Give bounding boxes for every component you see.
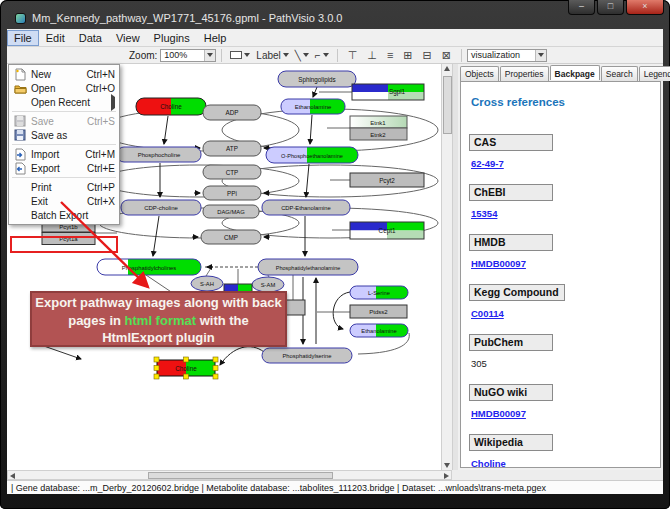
scroll-down-icon[interactable] [444, 463, 450, 468]
gene-tool-button[interactable] [227, 48, 253, 63]
node-o-phosphoethanolamine[interactable]: O-Phosphoethanolamine [266, 147, 358, 163]
node-choline-top[interactable]: Choline [136, 98, 206, 115]
menu-file[interactable]: File [7, 30, 39, 46]
file-menu-save-as[interactable]: Save as [9, 128, 119, 142]
common-size-icon[interactable]: ⊞ [398, 49, 417, 62]
import-icon [11, 148, 29, 161]
tab-backpage[interactable]: Backpage [550, 65, 600, 80]
line-icon: ╲ [295, 50, 301, 61]
svg-text:Cept1: Cept1 [379, 227, 396, 235]
section-title: HMDB [469, 234, 553, 251]
close-button[interactable]: × [626, 0, 664, 15]
title-bar[interactable]: Mm_Kennedy_pathway_WP1771_45176.gpml - P… [7, 7, 663, 29]
nugo-link[interactable]: HMDB00097 [471, 408, 660, 419]
node-l-serine[interactable]: L-Serine [350, 286, 408, 299]
maximize-button[interactable]: □ [597, 0, 624, 15]
file-menu-dropdown: New Ctrl+N Open Ctrl+O Open Recent Save … [8, 64, 120, 225]
file-menu-save[interactable]: Save Ctrl+S [9, 114, 119, 128]
chebi-link[interactable]: 15354 [471, 208, 660, 219]
stack-rows-icon[interactable]: ≡ [382, 49, 398, 61]
pubchem-value: 305 [471, 358, 660, 369]
submenu-arrow-icon [111, 97, 115, 108]
line-tool-button[interactable]: ╲ [292, 48, 312, 63]
tab-objects[interactable]: Objects [460, 66, 499, 81]
node-etnk2[interactable]: Etnk2 [350, 128, 407, 140]
scroll-left-icon[interactable] [10, 473, 15, 479]
node-cept1[interactable]: Cept1 [350, 222, 424, 239]
node-phosphocholine[interactable]: Phosphocholine [117, 147, 201, 162]
svg-text:Ptdss2: Ptdss2 [369, 309, 388, 315]
menu-separator [12, 177, 116, 178]
svg-text:Phosphocholine: Phosphocholine [138, 152, 181, 158]
file-menu-batch-export[interactable]: Batch Export [9, 208, 119, 222]
node-dag-mag[interactable]: DAG/MAG [203, 205, 259, 218]
stack-columns-icon[interactable]: ⊟ [418, 49, 437, 62]
visualization-combobox[interactable]: visualization [467, 49, 547, 62]
node-cmp[interactable]: CMP [201, 230, 261, 244]
scroll-right-icon[interactable] [444, 473, 449, 479]
node-pcyt2[interactable]: Pcyt2 [350, 173, 424, 187]
node-ethanolamine-bottom[interactable]: Ethanolamine [350, 324, 408, 337]
menu-data[interactable]: Data [72, 30, 109, 46]
node-ppi[interactable]: PPi [203, 186, 261, 200]
kegg-link[interactable]: C00114 [471, 308, 660, 319]
tab-search[interactable]: Search [601, 66, 638, 81]
file-menu-open[interactable]: Open Ctrl+O [9, 81, 119, 95]
node-ptdss2[interactable]: Ptdss2 [350, 305, 407, 318]
node-sah[interactable]: S-AH [191, 276, 223, 291]
node-ethanolamine-top[interactable]: Ethanolamine [281, 99, 345, 114]
node-phosphatidylserine[interactable]: Phosphatidylserine [262, 348, 352, 363]
align-top-icon[interactable]: ⊤ [343, 49, 363, 62]
chevron-down-icon[interactable] [535, 50, 546, 61]
horizontal-scroll-thumb[interactable] [148, 472, 333, 479]
minimize-button[interactable]: – [568, 0, 595, 15]
label-tool-button[interactable]: Label [253, 48, 291, 63]
node-phosphatidylcholines[interactable]: Phosphatidylcholines [97, 259, 201, 275]
toolbar: Zoom: 100% Label ╲ ⌐ ⊤ ⊥ ≡ ⊞ ⊟ ⊠ visuali… [7, 47, 663, 64]
menu-view[interactable]: View [109, 30, 147, 46]
vertical-scroll-thumb[interactable] [443, 76, 452, 134]
side-panel-tabs: Objects Properties Backpage Search Legen… [460, 66, 661, 81]
node-ctp[interactable]: CTP [203, 165, 261, 179]
node-pcyt1a[interactable]: Pcyt1a [42, 233, 95, 245]
file-menu-open-recent[interactable]: Open Recent [9, 95, 119, 109]
node-sgpl1[interactable]: Sgpl1 [352, 84, 424, 100]
tab-legend[interactable]: Legend [639, 66, 670, 81]
align-bottom-icon[interactable]: ⊥ [362, 49, 382, 62]
vertical-scrollbar[interactable] [441, 64, 452, 470]
horizontal-scrollbar[interactable] [7, 470, 452, 480]
node-etnk1[interactable]: Etnk1 [350, 116, 407, 128]
node-cdp-ethanolamine[interactable]: CDP-Ethanolamine [262, 200, 350, 215]
node-choline-selected[interactable]: Choline [154, 357, 218, 379]
node-sphingolipids[interactable]: Sphingolipids [278, 71, 356, 87]
zoom-combobox[interactable]: 100% [160, 49, 216, 62]
section-title: Kegg Compound [469, 284, 565, 301]
menu-plugins[interactable]: Plugins [147, 30, 197, 46]
node-sam[interactable]: S-AM [252, 277, 284, 292]
file-menu-export[interactable]: Export Ctrl+E [9, 161, 119, 175]
scroll-up-icon[interactable] [444, 66, 450, 71]
chevron-down-icon[interactable] [204, 50, 215, 61]
cas-link[interactable]: 62-49-7 [471, 158, 660, 169]
node-atp[interactable]: ATP [203, 141, 261, 156]
group-icon[interactable]: ⊠ [437, 49, 456, 62]
file-menu-import[interactable]: Import Ctrl+M [9, 147, 119, 161]
svg-text:S-AH: S-AH [200, 281, 214, 287]
wikipedia-link[interactable]: Choline [471, 458, 660, 468]
svg-text:Etnk1: Etnk1 [370, 120, 386, 126]
svg-text:ATP: ATP [226, 145, 238, 152]
menu-edit[interactable]: Edit [39, 30, 72, 46]
tab-properties[interactable]: Properties [500, 66, 549, 81]
svg-text:O-Phosphoethanolamine: O-Phosphoethanolamine [281, 153, 343, 159]
file-menu-print[interactable]: Print Ctrl+P [9, 180, 119, 194]
menu-help[interactable]: Help [197, 30, 234, 46]
file-menu-exit[interactable]: Exit Ctrl+X [9, 194, 119, 208]
hmdb-link[interactable]: HMDB00097 [471, 258, 660, 269]
connector-tool-button[interactable]: ⌐ [312, 48, 332, 63]
node-adp[interactable]: ADP [203, 105, 261, 120]
node-cdp-choline[interactable]: CDP-choline [121, 200, 201, 215]
node-phosphatidylethanolamine[interactable]: Phosphatidylethanolamine [258, 259, 358, 275]
file-menu-new[interactable]: New Ctrl+N [9, 67, 119, 81]
svg-text:Choline: Choline [160, 103, 182, 110]
section-title: NuGO wiki [469, 384, 553, 401]
